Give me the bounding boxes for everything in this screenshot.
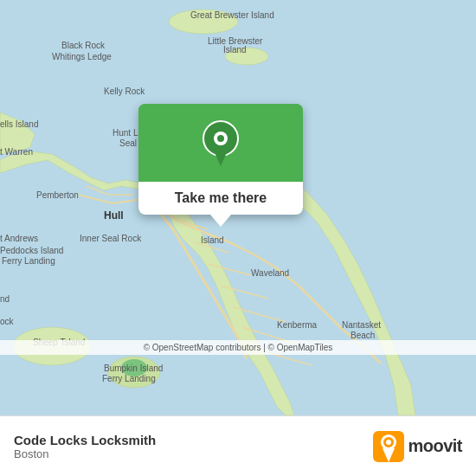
map-attribution: © OpenStreetMap contributors | © OpenMap…	[0, 340, 476, 355]
moovit-logo: moovit	[373, 431, 462, 462]
location-info: Code Locks Locksmith Boston	[14, 433, 156, 460]
svg-point-6	[169, 10, 238, 34]
location-pin-icon	[200, 119, 241, 170]
location-popup: Take me there	[138, 104, 303, 215]
moovit-icon	[373, 431, 404, 462]
svg-point-11	[217, 135, 224, 142]
location-title: Code Locks Locksmith	[14, 433, 156, 447]
popup-tail	[210, 215, 231, 227]
svg-point-7	[225, 48, 268, 65]
popup-icon-area	[138, 104, 303, 182]
svg-point-5	[121, 359, 147, 376]
svg-point-16	[386, 440, 391, 445]
moovit-text: moovit	[408, 436, 462, 456]
location-subtitle: Boston	[14, 447, 156, 460]
bottom-bar: Code Locks Locksmith Boston moovit	[0, 415, 476, 476]
take-me-there-button[interactable]: Take me there	[138, 182, 303, 215]
svg-marker-12	[214, 151, 228, 166]
map-container: Great Brewster IslandLittle BrewsterIsla…	[0, 0, 476, 415]
